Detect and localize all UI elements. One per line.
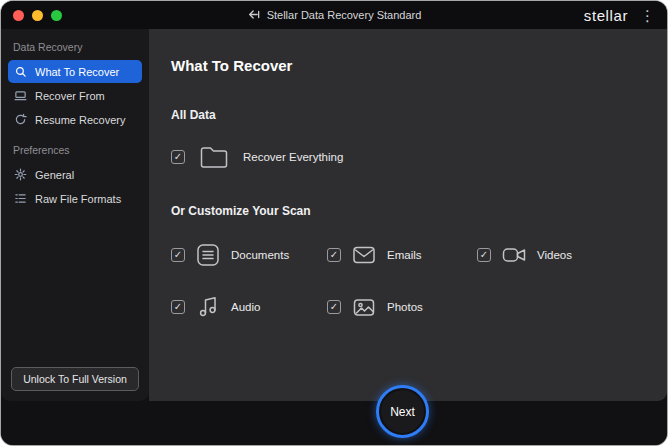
sidebar-item-recover-from[interactable]: Recover From	[8, 84, 142, 107]
option-label: Audio	[231, 301, 260, 313]
music-note-icon	[195, 294, 221, 320]
option-emails: ✓ Emails	[327, 242, 477, 268]
minimize-window-button[interactable]	[32, 10, 43, 21]
back-arrow-icon[interactable]	[247, 9, 261, 21]
stellar-logo: stellar	[584, 7, 628, 24]
zoom-window-button[interactable]	[51, 10, 62, 21]
file-list-icon	[14, 192, 27, 205]
option-documents: ✓ Documents	[171, 242, 327, 268]
gear-icon	[14, 168, 27, 181]
audio-checkbox[interactable]: ✓	[171, 300, 185, 314]
sidebar-item-label: General	[35, 169, 74, 181]
close-window-button[interactable]	[13, 10, 24, 21]
main-content: What To Recover All Data ✓ Recover Every…	[149, 29, 667, 401]
window-title: Stellar Data Recovery Standard	[267, 9, 422, 21]
option-label: Emails	[387, 249, 422, 261]
option-label: Documents	[231, 249, 289, 261]
window-title-group: Stellar Data Recovery Standard	[247, 1, 422, 29]
customize-scan-header: Or Customize Your Scan	[171, 204, 667, 218]
title-right-group: stellar ⋮	[584, 1, 655, 29]
sidebar: Data Recovery What To Recover Recover Fr…	[1, 29, 149, 401]
emails-checkbox[interactable]: ✓	[327, 248, 341, 262]
option-audio: ✓ Audio	[171, 294, 327, 320]
sidebar-item-label: Resume Recovery	[35, 114, 125, 126]
sidebar-item-raw-file-formats[interactable]: Raw File Formats	[8, 187, 142, 210]
recover-everything-label: Recover Everything	[243, 151, 343, 163]
photos-checkbox[interactable]: ✓	[327, 300, 341, 314]
envelope-icon	[351, 242, 377, 268]
folder-icon	[199, 144, 229, 170]
photos-icon	[351, 294, 377, 320]
kebab-menu-icon[interactable]: ⋮	[640, 8, 655, 23]
next-button[interactable]: Next	[376, 385, 429, 438]
documents-icon	[195, 242, 221, 268]
title-bar: Stellar Data Recovery Standard stellar ⋮	[1, 1, 667, 29]
videos-checkbox[interactable]: ✓	[477, 248, 491, 262]
monitor-search-icon	[14, 65, 27, 78]
recover-everything-checkbox[interactable]: ✓	[171, 150, 185, 164]
sidebar-item-label: Raw File Formats	[35, 193, 121, 205]
scan-options-grid: ✓ Documents ✓ Emails ✓	[171, 242, 667, 320]
recover-everything-row: ✓ Recover Everything	[171, 144, 667, 170]
traffic-lights	[1, 10, 62, 21]
sidebar-item-what-to-recover[interactable]: What To Recover	[8, 60, 142, 83]
app-window: Stellar Data Recovery Standard stellar ⋮…	[1, 1, 667, 445]
option-photos: ✓ Photos	[327, 294, 477, 320]
video-camera-icon	[501, 242, 527, 268]
sidebar-item-resume-recovery[interactable]: Resume Recovery	[8, 108, 142, 131]
option-label: Videos	[537, 249, 572, 261]
sidebar-item-label: What To Recover	[35, 66, 119, 78]
sidebar-item-label: Recover From	[35, 90, 105, 102]
sidebar-section-data-recovery: Data Recovery	[1, 29, 149, 59]
page-title: What To Recover	[171, 57, 667, 74]
drive-icon	[14, 89, 27, 102]
sidebar-item-general[interactable]: General	[8, 163, 142, 186]
resume-arrow-icon	[14, 113, 27, 126]
sidebar-section-preferences: Preferences	[1, 132, 149, 162]
unlock-full-version-button[interactable]: Unlock To Full Version	[11, 367, 139, 391]
option-videos: ✓ Videos	[477, 242, 647, 268]
documents-checkbox[interactable]: ✓	[171, 248, 185, 262]
bottom-bar	[1, 401, 667, 445]
all-data-header: All Data	[171, 108, 667, 122]
option-label: Photos	[387, 301, 423, 313]
